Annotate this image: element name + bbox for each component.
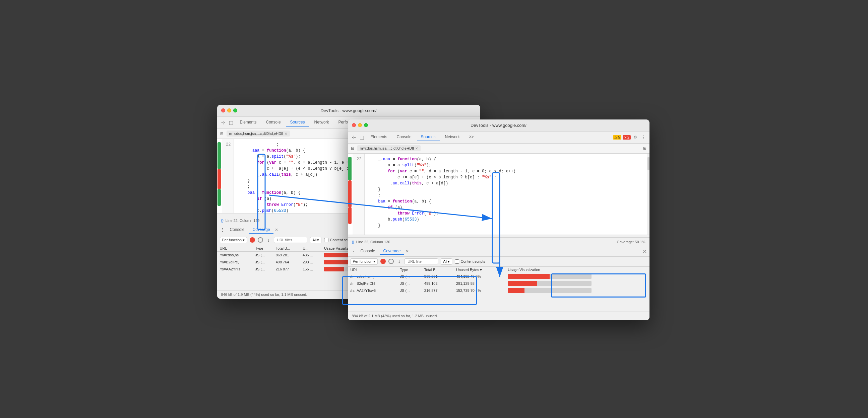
right-close-button[interactable]	[352, 123, 356, 127]
right-col-total: Total B...	[422, 267, 454, 273]
row-type: JS (...	[252, 251, 273, 258]
right-tab-elements[interactable]: Elements	[367, 133, 392, 141]
right-maximize-button[interactable]	[364, 123, 368, 127]
traffic-lights	[221, 108, 237, 112]
right-col-type: Type	[398, 267, 422, 273]
left-url-filter-input[interactable]	[274, 237, 307, 243]
right-row-usage-3	[505, 287, 649, 294]
left-all-dropdown[interactable]: All ▾	[310, 237, 321, 243]
right-inspect-icon[interactable]: ⬚	[359, 134, 365, 141]
right-row-total-3: 216,877	[422, 287, 454, 294]
right-row-usage-1	[505, 273, 649, 280]
right-coverage-toolbar: Per function ▾ ↓ All ▾ Content scripts	[348, 257, 650, 267]
file-tab-label: m=cdos,hsm,jsa,...c,dtl0hd,eHDfl	[229, 132, 283, 136]
cursor-icon[interactable]: ⊹	[220, 119, 226, 126]
right-title-bar: DevTools - www.google.com/	[348, 119, 650, 132]
tab-sources[interactable]: Sources	[286, 118, 309, 127]
row-url: /m=cdos,hs	[217, 251, 253, 258]
right-tab-sources[interactable]: Sources	[417, 133, 440, 141]
right-more-icon[interactable]: ⋮	[640, 134, 647, 141]
right-file-tab-label: m=cdos,hsm,jsa,...c,dtl0hd,eHDfl	[360, 146, 414, 150]
right-per-function-label: Per function	[353, 259, 373, 264]
right-panel-close-icon[interactable]: ✕	[643, 248, 647, 255]
right-table-row[interactable]: /m=B2qlPe,Dhl JS (... 499,102 291,129 58	[348, 280, 650, 287]
sidebar-toggle-icon[interactable]: ⊟	[218, 130, 225, 137]
tab-network[interactable]: Network	[310, 118, 333, 127]
right-file-tab-bar: ⊟ m=cdos,hsm,jsa,...c,dtl0hd,eHDfl ✕ ⊞	[348, 144, 650, 153]
row-url: /rs=AA2YrTs	[217, 266, 253, 272]
tab-elements[interactable]: Elements	[236, 118, 261, 127]
left-record-button[interactable]	[250, 237, 255, 243]
left-status-position: Line 22, Column 129	[225, 218, 260, 222]
right-row-url-3: /rs=AA2YrTsw5	[348, 287, 398, 294]
right-cursor-icon[interactable]: ⊹	[350, 134, 357, 141]
right-table-row[interactable]: /rs=AA2YrTsw5 JS (... 216,877 152,739 70…	[348, 287, 650, 294]
row-type: JS (...	[252, 266, 273, 272]
right-coverage-table: URL Type Total B... Unused Bytes▼ Usage …	[348, 267, 650, 294]
right-tab-network[interactable]: Network	[441, 133, 464, 141]
inspect-icon[interactable]: ⬚	[228, 119, 235, 126]
right-record-button[interactable]	[380, 259, 386, 264]
right-row-unused-1: 434,192 49.9%	[454, 273, 505, 280]
right-collapse-icon[interactable]: ⊞	[642, 145, 648, 151]
right-row-type-3: JS (...	[398, 287, 422, 294]
right-gear-icon[interactable]: ⚙	[632, 134, 639, 141]
right-content-scripts-check[interactable]	[455, 259, 459, 264]
left-clear-button[interactable]	[258, 237, 263, 243]
right-tab-console[interactable]: Console	[393, 133, 415, 141]
tab-console[interactable]: Console	[262, 118, 285, 127]
row-unused: 435 ...	[300, 251, 321, 258]
right-panel-tab-console[interactable]: Console	[357, 248, 379, 255]
content-scripts-check[interactable]	[324, 238, 329, 242]
right-window-title: DevTools - www.google.com/	[372, 123, 625, 128]
right-col-usage: Usage Visualization	[505, 267, 649, 273]
close-button[interactable]	[221, 108, 225, 112]
right-panel-tab-close[interactable]: ✕	[405, 249, 409, 254]
right-chevron-down-icon: ▾	[373, 259, 375, 264]
left-per-function-label: Per function	[222, 238, 242, 242]
right-per-function-button[interactable]: Per function ▾	[350, 258, 378, 265]
left-cursor-icon: {}	[221, 218, 223, 222]
right-url-filter-input[interactable]	[404, 258, 438, 265]
file-tab-close[interactable]: ✕	[284, 132, 287, 136]
right-panel-tab-coverage[interactable]: Coverage	[380, 248, 404, 255]
right-sidebar-toggle-icon[interactable]: ⊟	[349, 145, 356, 151]
maximize-button[interactable]	[233, 108, 237, 112]
right-clear-button[interactable]	[389, 259, 394, 264]
right-row-usage-2	[505, 280, 649, 287]
minimize-button[interactable]	[227, 108, 231, 112]
right-toolbar: ⊹ ⬚ Elements Console Sources Network >> …	[348, 132, 650, 144]
right-traffic-lights	[352, 123, 368, 127]
col-unused: U...	[300, 245, 321, 252]
right-scrollbar[interactable]	[348, 235, 650, 237]
left-file-tab[interactable]: m=cdos,hsm,jsa,...c,dtl0hd,eHDfl ✕	[226, 131, 290, 137]
left-per-function-button[interactable]: Per function ▾	[220, 237, 247, 243]
panel-dots-icon[interactable]: ⋮	[220, 227, 225, 233]
warning-badge: ⚠ 5	[613, 135, 621, 140]
right-minimize-button[interactable]	[358, 123, 362, 127]
right-row-type-2: JS (...	[398, 280, 422, 287]
left-panel-tab-console[interactable]: Console	[226, 226, 248, 234]
right-export-button[interactable]: ↓	[397, 259, 402, 264]
left-line-numbers: 22	[222, 139, 234, 213]
right-row-unused-2: 291,129 58	[454, 280, 505, 287]
right-panel-tab-bar: ⋮ Console Coverage ✕ ✕	[348, 247, 650, 257]
left-panel-tab-coverage[interactable]: Coverage	[249, 226, 274, 234]
right-file-tab[interactable]: m=cdos,hsm,jsa,...c,dtl0hd,eHDfl ✕	[357, 145, 421, 151]
right-content-scripts-checkbox[interactable]: Content scripts	[455, 259, 485, 264]
left-panel-tab-close[interactable]: ✕	[275, 228, 278, 232]
col-total: Total B...	[273, 245, 300, 252]
right-status-bar: {} Line 22, Column 130 Coverage: 50.1%	[348, 237, 650, 247]
right-code-area: 22 _.aaa = function(a, b) { a = a.split(…	[348, 153, 650, 235]
right-code-content: _.aaa = function(a, b) { a = a.split("%s…	[365, 153, 647, 235]
left-export-button[interactable]: ↓	[266, 237, 271, 243]
right-all-dropdown[interactable]: All ▾	[441, 258, 452, 265]
right-table-row[interactable]: /m=cdos,hsm,j JS (... 869,281 434,192 49…	[348, 273, 650, 280]
right-panel-dots-icon[interactable]: ⋮	[350, 249, 356, 254]
row-unused: 155 ...	[300, 266, 321, 272]
right-file-tab-close[interactable]: ✕	[415, 147, 418, 150]
right-row-url-2: /m=B2qlPe,Dhl	[348, 280, 398, 287]
right-panel-footer: 884 kB of 2.1 MB (43%) used so far, 1.2 …	[348, 312, 650, 320]
right-tab-more[interactable]: >>	[465, 133, 478, 141]
right-status-position: Line 22, Column 130	[356, 240, 391, 244]
